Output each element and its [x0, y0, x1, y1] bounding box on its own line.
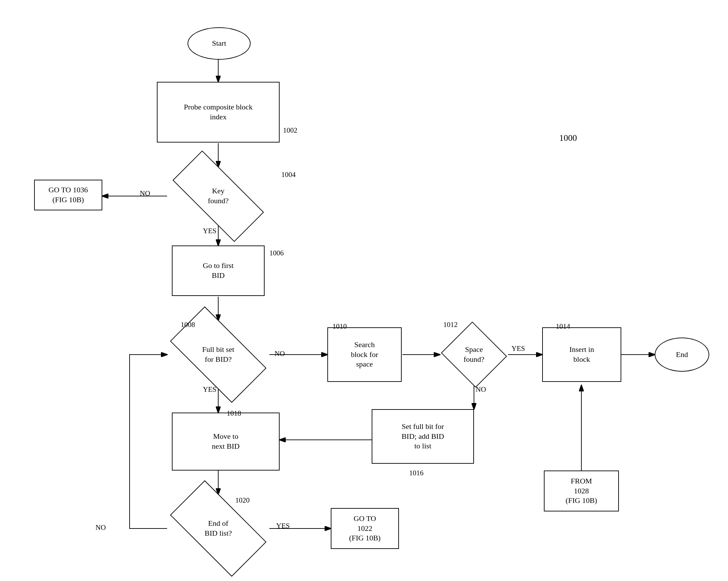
node-1028-label: FROM1028(FIG 10B) — [566, 476, 597, 506]
node-1016-label: Set full bit forBID; add BIDto list — [402, 422, 444, 451]
ref-1020: 1020 — [235, 496, 250, 505]
ref-1012: 1012 — [443, 321, 458, 329]
node-1004: Keyfound? — [157, 167, 280, 225]
flowchart-diagram: Start Probe composite blockindex 1002 Ke… — [0, 0, 728, 581]
ref-1004: 1004 — [281, 170, 296, 179]
ref-1006: 1006 — [269, 249, 284, 257]
node-1006-label: Go to firstBID — [203, 261, 234, 280]
node-1022-label: GO TO1022(FIG 10B) — [349, 514, 381, 543]
node-1010: Searchblock forspace — [327, 327, 402, 382]
figure-label: 1000 — [559, 133, 577, 143]
ref-1010: 1010 — [332, 322, 347, 331]
edge-no-1008: NO — [274, 349, 285, 358]
node-1010-label: Searchblock forspace — [351, 340, 378, 369]
node-1008-label: Full bit setfor BID? — [202, 345, 234, 364]
node-1028: FROM1028(FIG 10B) — [544, 471, 619, 511]
node-1014: Insert inblock — [542, 327, 621, 382]
edge-no-1020: NO — [95, 523, 106, 532]
node-1002-label: Probe composite blockindex — [184, 102, 253, 122]
ref-1014: 1014 — [556, 322, 570, 331]
ref-1016: 1016 — [409, 469, 424, 477]
edge-no-1004: NO — [140, 189, 150, 198]
edge-yes-1020: YES — [276, 522, 290, 530]
edge-yes-1004: YES — [203, 227, 217, 235]
node-1020: End ofBID list? — [157, 494, 280, 563]
ref-1008: 1008 — [181, 321, 195, 329]
node-1022: GO TO1022(FIG 10B) — [331, 508, 399, 549]
node-1016: Set full bit forBID; add BIDto list — [372, 409, 474, 464]
node-1018-label: Move tonext BID — [212, 432, 239, 451]
node-1006: Go to firstBID — [172, 245, 265, 296]
node-1012-label: Spacefound? — [463, 345, 484, 364]
edge-no-1012: NO — [476, 385, 486, 394]
edge-yes-1008: YES — [203, 385, 217, 394]
node-1012: Spacefound? — [440, 324, 508, 385]
edge-yes-1012: YES — [511, 344, 525, 353]
node-1008: Full bit setfor BID? — [157, 321, 280, 389]
node-1002: Probe composite blockindex — [157, 82, 280, 143]
end-node: End — [655, 338, 709, 372]
start-node: Start — [188, 27, 251, 60]
node-1036-label: GO TO 1036(FIG 10B) — [48, 185, 88, 205]
node-1020-label: End ofBID list? — [205, 519, 232, 538]
node-1018: Move tonext BID — [172, 413, 280, 471]
start-label: Start — [212, 39, 226, 48]
ref-1018: 1018 — [227, 409, 241, 418]
end-label: End — [676, 350, 688, 360]
node-1004-label: Keyfound? — [208, 186, 228, 206]
ref-1002: 1002 — [283, 126, 297, 135]
node-1036: GO TO 1036(FIG 10B) — [34, 180, 102, 210]
node-1014-label: Insert inblock — [569, 345, 594, 364]
